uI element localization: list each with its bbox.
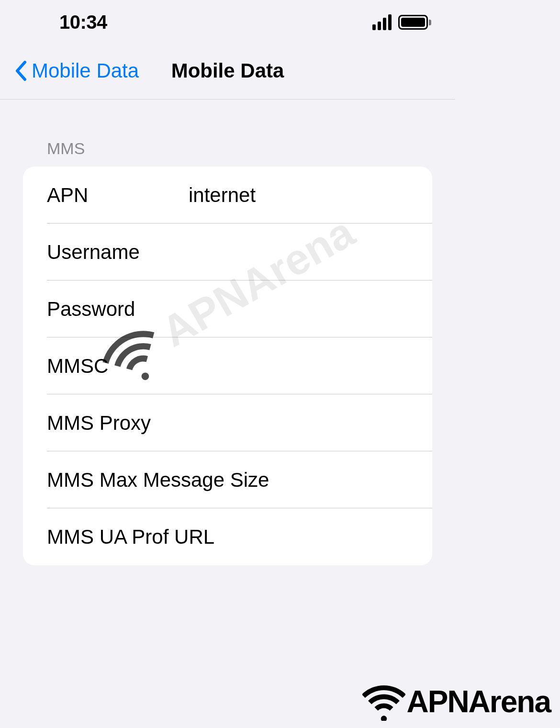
back-button[interactable]: Mobile Data <box>14 59 139 82</box>
chevron-back-icon <box>14 60 28 81</box>
content: MMS APN internet Username Password MMSC <box>0 100 455 565</box>
row-label: MMS Max Message Size <box>47 469 269 492</box>
row-password[interactable]: Password <box>23 280 432 337</box>
row-mms-max-message-size[interactable]: MMS Max Message Size <box>23 451 432 508</box>
row-label: MMSC <box>47 355 189 378</box>
row-label: APN <box>47 184 189 207</box>
back-button-label: Mobile Data <box>32 59 139 82</box>
screen: 10:34 Mobile Data <box>0 0 560 728</box>
row-label: MMS UA Prof URL <box>47 526 214 549</box>
row-apn[interactable]: APN internet <box>23 167 432 224</box>
battery-icon <box>398 15 431 30</box>
phone-screen: 10:34 Mobile Data <box>0 0 455 728</box>
status-right <box>372 14 431 30</box>
navigation-bar: Mobile Data Mobile Data <box>0 43 455 100</box>
cellular-signal-icon <box>372 14 392 30</box>
footer-logo-text: APNArena <box>406 684 550 719</box>
row-label: Username <box>47 241 189 264</box>
page-title: Mobile Data <box>171 59 284 82</box>
row-label: Password <box>47 298 189 321</box>
row-value: internet <box>189 184 432 207</box>
row-mmsc[interactable]: MMSC <box>23 337 432 394</box>
section-header-mms: MMS <box>23 100 432 167</box>
row-mms-ua-prof-url[interactable]: MMS UA Prof URL <box>23 508 432 565</box>
row-mms-proxy[interactable]: MMS Proxy <box>23 394 432 451</box>
wifi-icon <box>362 683 405 721</box>
footer-logo: APNArena <box>362 683 550 721</box>
status-time: 10:34 <box>59 11 107 33</box>
row-username[interactable]: Username <box>23 224 432 280</box>
row-label: MMS Proxy <box>47 412 189 435</box>
settings-group-mms: APN internet Username Password MMSC MMS … <box>23 167 432 565</box>
status-bar: 10:34 <box>0 0 455 43</box>
